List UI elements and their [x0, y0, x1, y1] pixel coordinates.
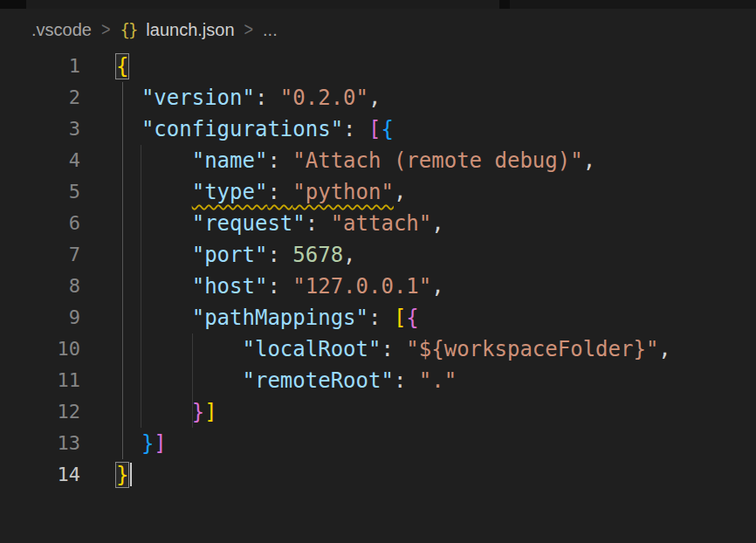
- tab-segment: [26, 0, 499, 9]
- code-text: }]: [80, 396, 217, 428]
- code-text: "version": "0.2.0",: [80, 82, 381, 113]
- code-line[interactable]: 8 "host": "127.0.0.1",: [0, 271, 756, 302]
- breadcrumb-symbol-ellipsis[interactable]: ...: [263, 20, 278, 40]
- token-ws: [116, 117, 141, 141]
- text-cursor: [130, 463, 132, 486]
- code-line[interactable]: 10 "localRoot": "${workspaceFolder}",: [0, 333, 756, 365]
- code-line[interactable]: 4 "name": "Attach (remote debug)",: [0, 145, 756, 176]
- token-ws: [116, 368, 243, 393]
- token-punc: :: [267, 148, 292, 173]
- token-key: "host": [192, 274, 268, 299]
- line-number[interactable]: 5: [0, 176, 80, 208]
- token-b2: ]: [154, 431, 166, 456]
- code-line[interactable]: 7 "port": 5678,: [0, 239, 756, 271]
- code-text: "host": "127.0.0.1",: [80, 271, 444, 302]
- token-key: "pathMappings": [192, 306, 368, 330]
- token-ws: [116, 337, 243, 361]
- token-key: "configurations": [141, 117, 343, 141]
- token-ws: [116, 243, 192, 267]
- breadcrumb-folder[interactable]: .vscode: [31, 20, 92, 40]
- token-str: "python": [292, 180, 394, 204]
- token-punc: ,: [658, 337, 670, 361]
- line-number[interactable]: 6: [0, 208, 80, 239]
- token-ws: [116, 180, 192, 204]
- code-line[interactable]: 6 "request": "attach",: [0, 208, 756, 239]
- code-text: "configurations": [{: [80, 113, 394, 145]
- token-key: "remoteRoot": [243, 368, 394, 393]
- line-number[interactable]: 8: [0, 271, 80, 302]
- code-text: "request": "attach",: [80, 208, 444, 239]
- token-str: "127.0.0.1": [292, 274, 431, 299]
- token-b1: [: [394, 306, 406, 330]
- token-b1: ]: [204, 400, 216, 424]
- indent-guide: [192, 333, 193, 428]
- editor[interactable]: 1{2 "version": "0.2.0",3 "configurations…: [0, 51, 756, 491]
- token-b2: {: [406, 306, 418, 330]
- chevron-right-icon: >: [244, 18, 254, 41]
- token-punc: ,: [431, 211, 443, 236]
- breadcrumb-file[interactable]: launch.json: [146, 20, 234, 40]
- token-num: 5678: [292, 243, 343, 267]
- line-number[interactable]: 14: [0, 459, 80, 491]
- token-punc: :: [343, 117, 368, 141]
- code-line[interactable]: 3 "configurations": [{: [0, 113, 756, 145]
- json-file-icon: {}: [120, 20, 136, 39]
- code-text: {: [80, 51, 128, 82]
- token-punc: :: [267, 274, 292, 299]
- token-key: "version": [141, 86, 255, 110]
- line-number[interactable]: 3: [0, 113, 80, 145]
- token-b3: {: [381, 117, 393, 141]
- code-text: }]: [80, 428, 167, 459]
- token-ws: [116, 306, 192, 330]
- code-line[interactable]: 1{: [0, 51, 756, 82]
- code-text: "name": "Attach (remote debug)",: [80, 145, 595, 176]
- code-line[interactable]: 14}: [0, 459, 756, 491]
- token-str: "Attach (remote debug)": [292, 148, 582, 173]
- token-punc: :: [267, 243, 292, 267]
- token-ws: [116, 274, 192, 299]
- token-punc: :: [381, 337, 406, 361]
- code-line[interactable]: 2 "version": "0.2.0",: [0, 82, 756, 113]
- token-key: "request": [192, 211, 306, 236]
- token-b2: }: [192, 400, 204, 424]
- code-line[interactable]: 13 }]: [0, 428, 756, 459]
- token-str: "${workspaceFolder}": [406, 337, 658, 361]
- token-b1: }: [116, 463, 128, 487]
- code-line[interactable]: 9 "pathMappings": [{: [0, 302, 756, 333]
- code-text: }: [80, 459, 132, 491]
- line-number[interactable]: 7: [0, 239, 80, 271]
- code-line[interactable]: 12 }]: [0, 396, 756, 428]
- code-text: "type": "python",: [80, 176, 406, 208]
- line-number[interactable]: 9: [0, 302, 80, 333]
- token-punc: :: [255, 86, 280, 110]
- code-line[interactable]: 5 "type": "python",: [0, 176, 756, 208]
- token-punc: ,: [368, 86, 381, 110]
- breadcrumb: .vscode > {} launch.json > ...: [31, 12, 278, 47]
- token-b1: {: [116, 54, 128, 79]
- line-number[interactable]: 2: [0, 82, 80, 113]
- line-number[interactable]: 10: [0, 333, 80, 365]
- token-punc: :: [267, 180, 292, 204]
- token-punc: :: [306, 211, 331, 236]
- code-text: "localRoot": "${workspaceFolder}",: [80, 333, 671, 365]
- tab-bar-strip: [0, 0, 756, 9]
- token-punc: :: [394, 368, 419, 393]
- token-ws: [116, 211, 192, 236]
- chevron-right-icon: >: [101, 18, 111, 41]
- line-number[interactable]: 13: [0, 428, 80, 459]
- bracket-pair-guide: [122, 82, 123, 459]
- token-str: "0.2.0": [280, 86, 368, 110]
- tab-segment: [510, 0, 756, 9]
- token-str: ".": [419, 368, 457, 393]
- token-ws: [116, 148, 192, 173]
- token-str: "attach": [331, 211, 432, 236]
- line-number[interactable]: 4: [0, 145, 80, 176]
- code-text: "remoteRoot": ".": [80, 365, 457, 396]
- token-key: "port": [192, 243, 268, 267]
- token-ws: [116, 431, 141, 456]
- line-number[interactable]: 11: [0, 365, 80, 396]
- code-line[interactable]: 11 "remoteRoot": ".": [0, 365, 756, 396]
- token-ws: [116, 400, 192, 424]
- line-number[interactable]: 1: [0, 51, 80, 82]
- line-number[interactable]: 12: [0, 396, 80, 428]
